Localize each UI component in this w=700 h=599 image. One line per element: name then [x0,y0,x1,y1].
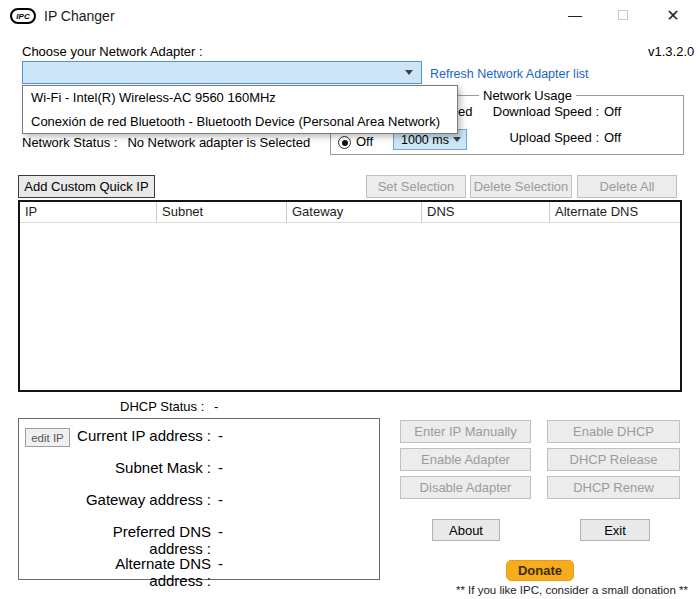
donate-note: ** If you like IPC, consider a small don… [456,584,688,596]
network-status-label: Network Status : [22,135,117,150]
adapter-combobox[interactable] [22,61,422,84]
preferred-dns-value: - [218,523,223,540]
refresh-adapter-link[interactable]: Refresh Network Adapter list [430,67,588,81]
usage-off-radio-label: Off [356,134,373,149]
title-bar: IPC IP Changer — ✕ [0,0,700,32]
version-label: v1.3.2.0 [648,44,694,59]
obscured-label-fragment: ed [458,104,472,119]
column-header-dns[interactable]: DNS [422,202,550,222]
upload-speed-value: Off [604,130,621,145]
column-header-alternate-dns[interactable]: Alternate DNS [550,202,680,222]
delete-all-button[interactable]: Delete All [577,175,677,198]
column-header-gateway[interactable]: Gateway [287,202,422,222]
donate-button[interactable]: Donate [506,560,574,581]
network-usage-title: Network Usage [479,88,576,103]
dhcp-renew-button[interactable]: DHCP Renew [547,476,680,499]
current-ip-value: - [218,427,223,444]
enter-ip-manually-button[interactable]: Enter IP Manually [400,420,531,443]
close-icon: ✕ [666,6,679,25]
download-speed-value: Off [604,104,621,119]
column-header-ip[interactable]: IP [20,202,157,222]
quick-ip-table: IP Subnet Gateway DNS Alternate DNS [18,200,682,392]
alternate-dns-value: - [218,555,223,572]
maximize-icon [618,10,628,20]
refresh-interval-value: 1000 ms [401,133,449,147]
close-button[interactable]: ✕ [650,0,696,30]
adapter-option-bluetooth[interactable]: Conexión de red Bluetooth - Bluetooth De… [23,110,457,134]
minimize-button[interactable]: — [552,0,598,30]
set-selection-button[interactable]: Set Selection [366,175,466,198]
chevron-down-icon [405,70,413,75]
adapter-dropdown-list: Wi-Fi - Intel(R) Wireless-AC 9560 160MHz… [22,85,458,134]
disable-adapter-button[interactable]: Disable Adapter [400,476,531,499]
subnet-mask-value: - [218,459,223,476]
usage-off-radio[interactable] [338,136,351,149]
ip-details-group: edit IP Current IP address : - Subnet Ma… [18,418,380,580]
adapter-label: Choose your Network Adapter : [22,44,203,59]
column-header-subnet[interactable]: Subnet [157,202,287,222]
current-ip-label: Current IP address : [59,427,211,444]
enable-dhcp-button[interactable]: Enable DHCP [547,420,680,443]
download-speed-label: Download Speed : [481,104,599,119]
add-custom-quick-ip-button[interactable]: Add Custom Quick IP [18,175,155,198]
radio-selected-dot-icon [342,140,348,146]
alternate-dns-label: Alternate DNS address : [59,555,211,589]
network-status: Network Status :No Network adapter is Se… [22,135,310,150]
chevron-down-icon [453,137,461,142]
dhcp-status-label: DHCP Status : [120,399,204,414]
minimize-icon: — [568,7,582,23]
quick-ip-table-header: IP Subnet Gateway DNS Alternate DNS [20,202,680,223]
window-title: IP Changer [44,8,115,24]
enable-adapter-button[interactable]: Enable Adapter [400,448,531,471]
app-logo-icon: IPC [10,8,36,24]
gateway-address-label: Gateway address : [59,491,211,508]
subnet-mask-label: Subnet Mask : [59,459,211,476]
adapter-option-wifi[interactable]: Wi-Fi - Intel(R) Wireless-AC 9560 160MHz [23,86,457,110]
preferred-dns-label: Preferred DNS address : [59,523,211,557]
dhcp-status-value: - [214,399,218,414]
maximize-button[interactable] [600,0,646,30]
dhcp-release-button[interactable]: DHCP Release [547,448,680,471]
upload-speed-label: Upload Speed : [481,130,599,145]
about-button[interactable]: About [432,519,500,541]
delete-selection-button[interactable]: Delete Selection [470,175,572,198]
network-status-value: No Network adapter is Selected [127,135,310,150]
gateway-address-value: - [218,491,223,508]
exit-button[interactable]: Exit [580,519,650,541]
